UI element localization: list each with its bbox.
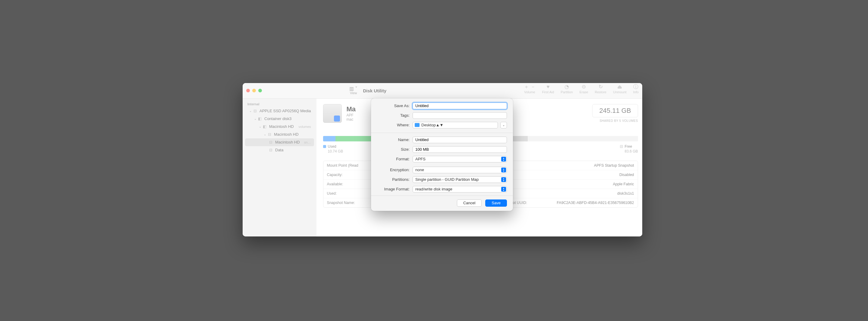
toolbar-info[interactable]: ⓘInfo: [633, 84, 639, 94]
save-as-input[interactable]: [412, 103, 507, 109]
legend-free: Free 83.6 GB: [620, 144, 638, 153]
select-arrows-icon: ▲▼: [501, 157, 506, 162]
tags-input[interactable]: [412, 112, 507, 119]
volume-icon: ＋ －: [524, 84, 535, 90]
partitions-label: Partitions:: [377, 177, 412, 182]
sidebar-item-physical-disk[interactable]: ⌄⊟APPLE SSD AP0256Q Media: [245, 107, 314, 115]
first-aid-icon: ♥: [547, 84, 550, 90]
window-close-button[interactable]: [246, 89, 250, 92]
where-value: Desktop: [421, 123, 436, 127]
toolbar-right: ＋ －Volume ♥First Aid ◔Partition ⊝Erase ↻…: [524, 84, 639, 94]
save-as-label: Save As:: [377, 104, 412, 108]
volume-icon: ⊟: [267, 132, 272, 137]
tags-label: Tags:: [377, 113, 412, 118]
format-select[interactable]: APFS ▲▼: [412, 156, 507, 163]
volume-subtitle-2: mac: [347, 117, 356, 121]
sidebar-section-header: Internal: [243, 101, 316, 107]
select-arrows-icon: ▲▼: [501, 168, 506, 172]
partition-icon: ◔: [564, 84, 569, 90]
usage-seg-free: [528, 136, 638, 141]
legend-used: Used 10.74 GB: [323, 144, 343, 153]
sidebar-item-data[interactable]: ⊟Data: [245, 146, 314, 154]
volume-group-icon: ◧: [262, 124, 267, 129]
usage-seg-used: [323, 136, 336, 141]
volume-title: Ma: [347, 105, 356, 113]
image-name-input[interactable]: [412, 137, 507, 143]
volume-icon: ⊟: [268, 148, 273, 152]
folder-icon: [415, 123, 420, 127]
window-zoom-button[interactable]: [258, 89, 262, 92]
image-format-select[interactable]: read/write disk image ▲▼: [412, 186, 507, 192]
sidebar-item-macintosh-hd[interactable]: ⌄⊟Macintosh HD: [245, 131, 314, 138]
container-size: 245.11 GB: [592, 104, 638, 117]
container-icon: ◧: [257, 116, 262, 121]
save-sheet: Save As: Tags: Where: Desktop ▲▼ ⌄ Name:: [371, 98, 513, 211]
unmount-icon: ⏏: [617, 84, 622, 90]
erase-icon: ⊝: [582, 84, 586, 90]
toolbar-unmount[interactable]: ⏏Unmount: [613, 84, 627, 94]
toolbar-restore[interactable]: ↻Restore: [595, 84, 607, 94]
toolbar-partition[interactable]: ◔Partition: [561, 84, 572, 94]
encryption-select[interactable]: none ▲▼: [412, 167, 507, 173]
toolbar-volume[interactable]: ＋ －Volume: [524, 84, 535, 94]
sidebar-icon: ▥ ˅: [349, 86, 358, 91]
image-format-label: Image Format:: [377, 187, 412, 191]
size-label: Size:: [377, 147, 412, 152]
save-button[interactable]: Save: [485, 200, 507, 207]
image-size-input[interactable]: [412, 146, 507, 153]
where-label: Where:: [377, 123, 412, 127]
traffic-lights: [246, 89, 262, 92]
volume-icon: ⊟: [268, 140, 273, 144]
format-label: Format:: [377, 157, 412, 161]
partitions-select[interactable]: Single partition - GUID Partition Map ▲▼: [412, 176, 507, 183]
sidebar-item-macintosh-hd-snapshot[interactable]: ⊟Macintosh HDsn…: [245, 138, 314, 146]
name-label: Name:: [377, 138, 412, 142]
toolbar-view[interactable]: ▥ ˅ View: [349, 86, 358, 95]
restore-icon: ↻: [598, 84, 603, 90]
cancel-button[interactable]: Cancel: [457, 200, 482, 207]
expand-save-panel-button[interactable]: ⌄: [500, 122, 507, 129]
titlebar: ▥ ˅ View Disk Utility ＋ －Volume ♥First A…: [243, 83, 642, 99]
sidebar: Internal ⌄⊟APPLE SSD AP0256Q Media ⌄◧Con…: [243, 99, 316, 237]
toolbar-first-aid[interactable]: ♥First Aid: [542, 84, 554, 94]
sidebar-item-container[interactable]: ⌄◧Container disk3: [245, 115, 314, 123]
where-select[interactable]: Desktop ▲▼: [412, 122, 498, 129]
toolbar-view-label: View: [350, 91, 357, 95]
sidebar-item-volume-group[interactable]: ⌄◧Macintosh HDvolumes: [245, 123, 314, 131]
disk-icon: ⊟: [252, 109, 258, 113]
chevron-down-icon: ⌄: [502, 123, 505, 127]
volume-subtitle-1: APF: [347, 113, 356, 117]
select-arrows-icon: ▲▼: [501, 177, 506, 182]
app-title: Disk Utility: [363, 88, 386, 93]
volume-artwork-icon: [323, 104, 342, 123]
shared-by-label: SHARED BY 5 VOLUMES: [592, 119, 638, 122]
toolbar-erase[interactable]: ⊝Erase: [580, 84, 588, 94]
encryption-label: Encryption:: [377, 168, 412, 172]
select-arrows-icon: ▲▼: [436, 123, 444, 127]
window-minimize-button[interactable]: [252, 89, 256, 92]
select-arrows-icon: ▲▼: [501, 187, 506, 192]
info-icon: ⓘ: [633, 84, 638, 90]
